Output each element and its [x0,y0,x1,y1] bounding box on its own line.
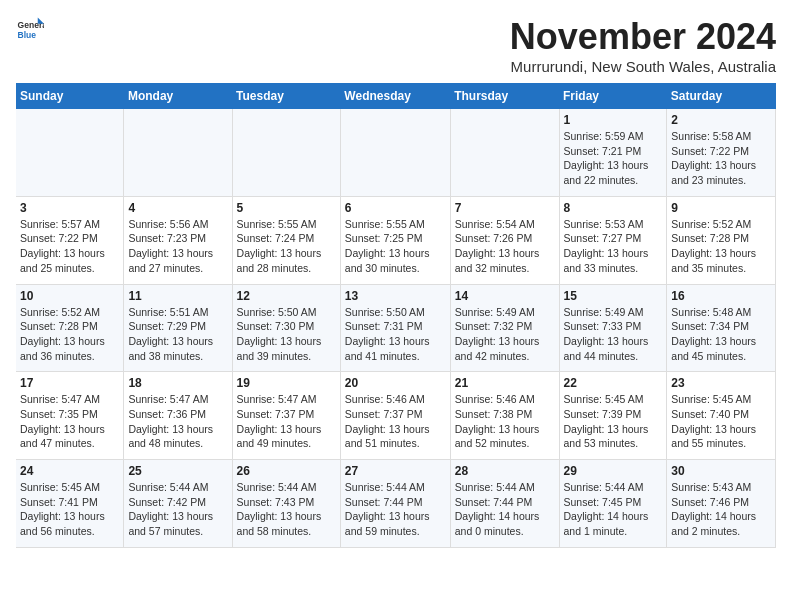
day-number: 18 [128,376,227,390]
calendar-cell: 16Sunrise: 5:48 AM Sunset: 7:34 PM Dayli… [667,284,776,372]
column-header-friday: Friday [559,83,667,109]
calendar-cell: 17Sunrise: 5:47 AM Sunset: 7:35 PM Dayli… [16,372,124,460]
calendar-cell [450,109,559,196]
day-number: 3 [20,201,119,215]
day-number: 27 [345,464,446,478]
calendar-cell: 6Sunrise: 5:55 AM Sunset: 7:25 PM Daylig… [340,196,450,284]
day-info: Sunrise: 5:47 AM Sunset: 7:36 PM Dayligh… [128,392,227,451]
day-number: 21 [455,376,555,390]
calendar-week-row: 17Sunrise: 5:47 AM Sunset: 7:35 PM Dayli… [16,372,776,460]
day-info: Sunrise: 5:43 AM Sunset: 7:46 PM Dayligh… [671,480,771,539]
day-info: Sunrise: 5:45 AM Sunset: 7:39 PM Dayligh… [564,392,663,451]
day-number: 16 [671,289,771,303]
calendar-cell: 20Sunrise: 5:46 AM Sunset: 7:37 PM Dayli… [340,372,450,460]
calendar-cell: 29Sunrise: 5:44 AM Sunset: 7:45 PM Dayli… [559,460,667,548]
day-number: 24 [20,464,119,478]
day-info: Sunrise: 5:46 AM Sunset: 7:37 PM Dayligh… [345,392,446,451]
calendar-cell: 9Sunrise: 5:52 AM Sunset: 7:28 PM Daylig… [667,196,776,284]
column-header-sunday: Sunday [16,83,124,109]
day-info: Sunrise: 5:56 AM Sunset: 7:23 PM Dayligh… [128,217,227,276]
day-info: Sunrise: 5:49 AM Sunset: 7:32 PM Dayligh… [455,305,555,364]
calendar-cell: 15Sunrise: 5:49 AM Sunset: 7:33 PM Dayli… [559,284,667,372]
logo: General Blue [16,16,44,44]
day-number: 19 [237,376,336,390]
day-number: 28 [455,464,555,478]
calendar-cell [16,109,124,196]
calendar-cell: 21Sunrise: 5:46 AM Sunset: 7:38 PM Dayli… [450,372,559,460]
calendar-cell: 28Sunrise: 5:44 AM Sunset: 7:44 PM Dayli… [450,460,559,548]
day-info: Sunrise: 5:44 AM Sunset: 7:42 PM Dayligh… [128,480,227,539]
day-number: 17 [20,376,119,390]
calendar-cell: 13Sunrise: 5:50 AM Sunset: 7:31 PM Dayli… [340,284,450,372]
calendar-cell [124,109,232,196]
calendar-cell: 7Sunrise: 5:54 AM Sunset: 7:26 PM Daylig… [450,196,559,284]
calendar-cell: 27Sunrise: 5:44 AM Sunset: 7:44 PM Dayli… [340,460,450,548]
calendar-week-row: 24Sunrise: 5:45 AM Sunset: 7:41 PM Dayli… [16,460,776,548]
calendar-cell: 22Sunrise: 5:45 AM Sunset: 7:39 PM Dayli… [559,372,667,460]
day-info: Sunrise: 5:44 AM Sunset: 7:44 PM Dayligh… [345,480,446,539]
day-number: 15 [564,289,663,303]
calendar-cell: 2Sunrise: 5:58 AM Sunset: 7:22 PM Daylig… [667,109,776,196]
calendar-header-row: SundayMondayTuesdayWednesdayThursdayFrid… [16,83,776,109]
day-number: 10 [20,289,119,303]
calendar-cell: 14Sunrise: 5:49 AM Sunset: 7:32 PM Dayli… [450,284,559,372]
day-info: Sunrise: 5:44 AM Sunset: 7:44 PM Dayligh… [455,480,555,539]
calendar-cell: 24Sunrise: 5:45 AM Sunset: 7:41 PM Dayli… [16,460,124,548]
title-area: November 2024 Murrurundi, New South Wale… [510,16,776,75]
day-number: 5 [237,201,336,215]
calendar-cell: 19Sunrise: 5:47 AM Sunset: 7:37 PM Dayli… [232,372,340,460]
calendar-cell: 30Sunrise: 5:43 AM Sunset: 7:46 PM Dayli… [667,460,776,548]
calendar-cell: 23Sunrise: 5:45 AM Sunset: 7:40 PM Dayli… [667,372,776,460]
day-info: Sunrise: 5:44 AM Sunset: 7:43 PM Dayligh… [237,480,336,539]
calendar-week-row: 10Sunrise: 5:52 AM Sunset: 7:28 PM Dayli… [16,284,776,372]
calendar-cell [232,109,340,196]
calendar-cell: 12Sunrise: 5:50 AM Sunset: 7:30 PM Dayli… [232,284,340,372]
day-number: 7 [455,201,555,215]
day-number: 4 [128,201,227,215]
day-info: Sunrise: 5:44 AM Sunset: 7:45 PM Dayligh… [564,480,663,539]
calendar-cell: 10Sunrise: 5:52 AM Sunset: 7:28 PM Dayli… [16,284,124,372]
day-info: Sunrise: 5:55 AM Sunset: 7:25 PM Dayligh… [345,217,446,276]
calendar-cell: 5Sunrise: 5:55 AM Sunset: 7:24 PM Daylig… [232,196,340,284]
location: Murrurundi, New South Wales, Australia [510,58,776,75]
column-header-tuesday: Tuesday [232,83,340,109]
calendar-cell: 3Sunrise: 5:57 AM Sunset: 7:22 PM Daylig… [16,196,124,284]
day-number: 22 [564,376,663,390]
day-info: Sunrise: 5:49 AM Sunset: 7:33 PM Dayligh… [564,305,663,364]
calendar-cell: 8Sunrise: 5:53 AM Sunset: 7:27 PM Daylig… [559,196,667,284]
day-info: Sunrise: 5:47 AM Sunset: 7:37 PM Dayligh… [237,392,336,451]
day-info: Sunrise: 5:50 AM Sunset: 7:30 PM Dayligh… [237,305,336,364]
column-header-thursday: Thursday [450,83,559,109]
day-info: Sunrise: 5:55 AM Sunset: 7:24 PM Dayligh… [237,217,336,276]
day-number: 14 [455,289,555,303]
day-info: Sunrise: 5:53 AM Sunset: 7:27 PM Dayligh… [564,217,663,276]
day-number: 20 [345,376,446,390]
day-info: Sunrise: 5:57 AM Sunset: 7:22 PM Dayligh… [20,217,119,276]
logo-icon: General Blue [16,16,44,44]
day-number: 13 [345,289,446,303]
day-info: Sunrise: 5:45 AM Sunset: 7:40 PM Dayligh… [671,392,771,451]
svg-text:Blue: Blue [18,30,37,40]
calendar-cell [340,109,450,196]
day-number: 1 [564,113,663,127]
day-info: Sunrise: 5:59 AM Sunset: 7:21 PM Dayligh… [564,129,663,188]
day-info: Sunrise: 5:48 AM Sunset: 7:34 PM Dayligh… [671,305,771,364]
calendar-cell: 25Sunrise: 5:44 AM Sunset: 7:42 PM Dayli… [124,460,232,548]
column-header-wednesday: Wednesday [340,83,450,109]
header: General Blue November 2024 Murrurundi, N… [16,16,776,75]
day-info: Sunrise: 5:51 AM Sunset: 7:29 PM Dayligh… [128,305,227,364]
calendar-cell: 1Sunrise: 5:59 AM Sunset: 7:21 PM Daylig… [559,109,667,196]
day-number: 6 [345,201,446,215]
day-number: 9 [671,201,771,215]
month-year: November 2024 [510,16,776,58]
day-info: Sunrise: 5:47 AM Sunset: 7:35 PM Dayligh… [20,392,119,451]
day-info: Sunrise: 5:46 AM Sunset: 7:38 PM Dayligh… [455,392,555,451]
calendar-week-row: 3Sunrise: 5:57 AM Sunset: 7:22 PM Daylig… [16,196,776,284]
day-number: 29 [564,464,663,478]
column-header-saturday: Saturday [667,83,776,109]
day-number: 26 [237,464,336,478]
day-number: 23 [671,376,771,390]
day-info: Sunrise: 5:52 AM Sunset: 7:28 PM Dayligh… [20,305,119,364]
day-number: 8 [564,201,663,215]
calendar-week-row: 1Sunrise: 5:59 AM Sunset: 7:21 PM Daylig… [16,109,776,196]
